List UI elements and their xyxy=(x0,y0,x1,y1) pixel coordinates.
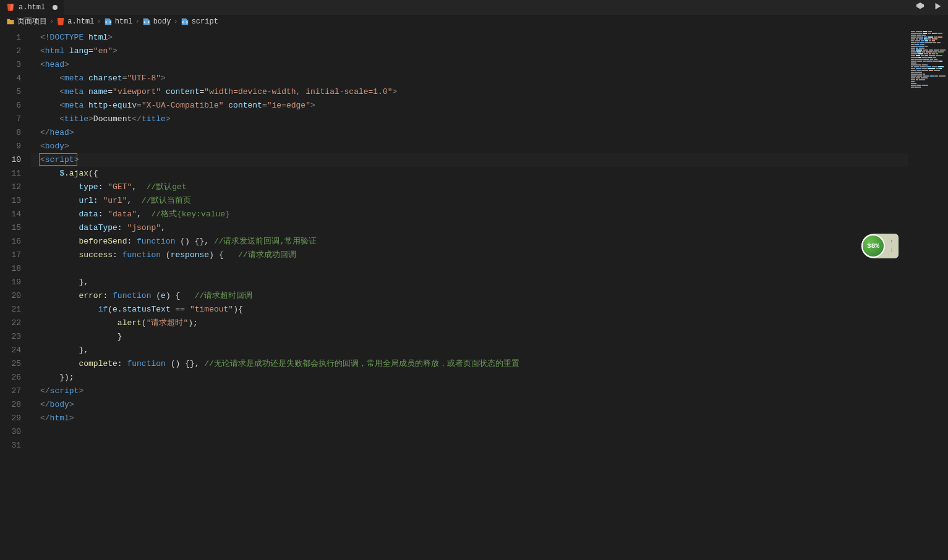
minimap-content xyxy=(911,31,946,88)
code-line[interactable]: beforeSend: function () {}, //请求发送前回调,常用… xyxy=(31,235,908,248)
tab-a-html[interactable]: a.html xyxy=(0,0,64,15)
code-line[interactable]: <!DOCTYPE html> xyxy=(31,31,908,45)
html5-icon xyxy=(56,17,65,26)
breadcrumb-item[interactable]: 页面项目 xyxy=(6,16,47,27)
code-line[interactable]: </html> xyxy=(31,412,908,425)
line-number: 4 xyxy=(0,72,31,85)
line-number: 9 xyxy=(0,140,31,153)
breadcrumb-label: script xyxy=(192,17,218,26)
line-number: 7 xyxy=(0,112,31,126)
code-line[interactable]: data: "data", //格式{key:value} xyxy=(31,208,908,221)
code-line[interactable]: } xyxy=(31,330,908,344)
line-number: 8 xyxy=(0,126,31,140)
line-number: 20 xyxy=(0,289,31,303)
code-line[interactable]: error: function (e) { //请求超时回调 xyxy=(31,289,908,303)
line-number: 2 xyxy=(0,45,31,58)
line-number: 22 xyxy=(0,316,31,330)
line-number: 15 xyxy=(0,221,31,235)
run-icon[interactable] xyxy=(933,2,942,13)
code-line[interactable]: }); xyxy=(31,371,908,384)
line-number: 3 xyxy=(0,58,31,72)
breadcrumb-separator-icon: › xyxy=(96,17,101,26)
performance-arrows: ↑ ↓ xyxy=(885,239,899,253)
code-line[interactable]: <meta http-equiv="X-UA-Compatible" conte… xyxy=(31,99,908,112)
performance-percent-circle: 38% xyxy=(861,234,885,258)
line-number: 29 xyxy=(0,412,31,425)
code-line[interactable]: <title>Document</title> xyxy=(31,112,908,126)
code-line[interactable]: <script> xyxy=(31,153,908,167)
tag-icon xyxy=(181,17,189,26)
line-number: 11 xyxy=(0,167,31,180)
performance-percent: 38% xyxy=(867,242,879,250)
breadcrumb-item[interactable]: html xyxy=(104,17,133,26)
source-control-icon[interactable] xyxy=(916,2,925,13)
code-line[interactable]: alert("请求超时"); xyxy=(31,316,908,330)
editor-area[interactable]: 1234567891011121314151617181920212223242… xyxy=(0,28,948,560)
line-number: 12 xyxy=(0,180,31,194)
code-line[interactable]: <body> xyxy=(31,140,908,153)
line-number: 5 xyxy=(0,85,31,99)
code-line[interactable]: <meta name="viewport" content="width=dev… xyxy=(31,85,908,99)
line-number: 25 xyxy=(0,357,31,371)
tab-list: a.html xyxy=(0,0,64,15)
line-number: 16 xyxy=(0,235,31,248)
code-line[interactable]: success: function (response) { //请求成功回调 xyxy=(31,248,908,262)
folder-icon xyxy=(6,17,15,26)
code-line[interactable]: <html lang="en"> xyxy=(31,45,908,58)
breadcrumb-separator-icon: › xyxy=(135,17,139,26)
line-number: 6 xyxy=(0,99,31,112)
minimap[interactable] xyxy=(908,28,948,560)
code-line[interactable]: </body> xyxy=(31,398,908,412)
code-line[interactable]: url: "url", //默认当前页 xyxy=(31,194,908,208)
line-number: 17 xyxy=(0,248,31,262)
line-number: 27 xyxy=(0,384,31,398)
breadcrumb-item[interactable]: body xyxy=(142,17,171,26)
breadcrumb-label: a.html xyxy=(67,17,94,26)
code-line[interactable]: type: "GET", //默认get xyxy=(31,180,908,194)
line-number: 31 xyxy=(0,439,31,452)
line-number: 23 xyxy=(0,330,31,344)
breadcrumb-label: html xyxy=(115,17,133,26)
line-number-gutter: 1234567891011121314151617181920212223242… xyxy=(0,28,31,560)
code-line[interactable]: <head> xyxy=(31,58,908,72)
code-line[interactable]: }, xyxy=(31,276,908,289)
code-line[interactable]: </head> xyxy=(31,126,908,140)
breadcrumb-item[interactable]: script xyxy=(181,17,218,26)
breadcrumb-separator-icon: › xyxy=(49,17,54,26)
line-number: 1 xyxy=(0,31,31,45)
code-line[interactable]: <meta charset="UTF-8"> xyxy=(31,72,908,85)
line-number: 28 xyxy=(0,398,31,412)
line-number: 13 xyxy=(0,194,31,208)
tab-filename: a.html xyxy=(19,3,45,12)
code-line[interactable]: if(e.statusText == "timeout"){ xyxy=(31,303,908,316)
code-line[interactable]: dataType: "jsonp", xyxy=(31,221,908,235)
code-line[interactable] xyxy=(31,262,908,276)
code-line[interactable]: complete: function () {}, //无论请求是成功还是失败都… xyxy=(31,357,908,371)
line-number: 21 xyxy=(0,303,31,316)
arrow-down-icon: ↓ xyxy=(890,247,893,253)
breadcrumb: 页面项目›a.html›html›body›script xyxy=(0,15,948,28)
html5-icon xyxy=(6,3,15,12)
line-number: 14 xyxy=(0,208,31,221)
tag-icon xyxy=(142,17,151,26)
dirty-indicator-icon xyxy=(53,5,58,10)
line-number: 19 xyxy=(0,276,31,289)
tag-icon xyxy=(104,17,113,26)
performance-widget[interactable]: 38% ↑ ↓ xyxy=(861,234,899,258)
breadcrumb-separator-icon: › xyxy=(173,17,177,26)
line-number: 24 xyxy=(0,344,31,357)
tab-bar: a.html xyxy=(0,0,948,15)
arrow-up-icon: ↑ xyxy=(890,239,893,245)
breadcrumb-label: body xyxy=(153,17,171,26)
code-line[interactable]: $.ajax({ xyxy=(31,167,908,180)
breadcrumb-label: 页面项目 xyxy=(17,16,47,27)
line-number: 18 xyxy=(0,262,31,276)
line-number: 26 xyxy=(0,371,31,384)
code-line[interactable]: }, xyxy=(31,344,908,357)
breadcrumb-item[interactable]: a.html xyxy=(56,17,94,26)
code-content[interactable]: <!DOCTYPE html><html lang="en"><head> <m… xyxy=(31,28,908,560)
line-number: 30 xyxy=(0,425,31,439)
code-line[interactable]: </script> xyxy=(31,384,908,398)
line-number: 10 xyxy=(0,153,31,167)
